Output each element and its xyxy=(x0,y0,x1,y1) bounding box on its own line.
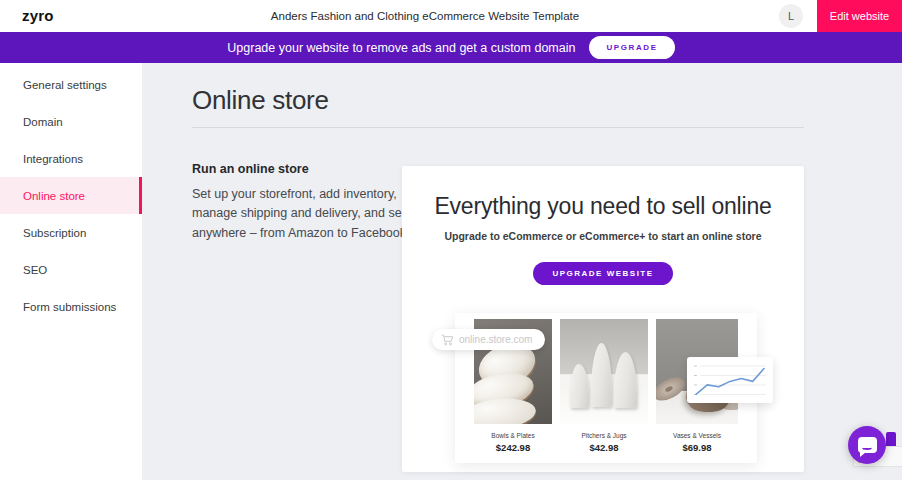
upgrade-banner: Upgrade your website to remove ads and g… xyxy=(0,32,902,63)
product-name: Vases & Vessels xyxy=(656,432,738,439)
main-content: Online store Run an online store Set up … xyxy=(142,63,902,480)
sales-chart-card xyxy=(687,357,773,403)
title-divider xyxy=(192,127,804,128)
mini-chart xyxy=(687,357,773,403)
upsell-heading: Everything you need to sell online xyxy=(402,193,804,220)
top-header: zyro Anders Fashion and Clothing eCommer… xyxy=(0,0,902,32)
store-preview-card: Bowls & Plates $242.98 Pitchers & Jugs xyxy=(455,313,757,463)
info-description: Set up your storefront, add inventory, m… xyxy=(192,185,414,243)
product-name: Pitchers & Jugs xyxy=(560,432,648,439)
product-price: $42.98 xyxy=(560,442,648,453)
upgrade-banner-text: Upgrade your website to remove ads and g… xyxy=(227,41,575,55)
cart-icon xyxy=(441,334,454,346)
chat-launcher-button[interactable] xyxy=(848,426,886,464)
sidebar-item-integrations[interactable]: Integrations xyxy=(0,140,142,177)
mini-chart-line xyxy=(696,369,764,395)
product-price: $69.98 xyxy=(656,442,738,453)
settings-sidebar: General settings Domain Integrations Onl… xyxy=(0,63,142,480)
mini-chart-grid xyxy=(694,366,766,395)
site-title: Anders Fashion and Clothing eCommerce We… xyxy=(271,10,579,22)
online-store-info: Run an online store Set up your storefro… xyxy=(192,162,414,243)
sidebar-item-subscription[interactable]: Subscription xyxy=(0,214,142,251)
app-window: zyro Anders Fashion and Clothing eCommer… xyxy=(0,0,902,480)
upsell-card: Everything you need to sell online Upgra… xyxy=(402,166,804,472)
upsell-subheading: Upgrade to eCommerce or eCommerce+ to st… xyxy=(402,230,804,242)
sidebar-item-online-store[interactable]: Online store xyxy=(0,177,142,214)
store-url-pill: online.store.com xyxy=(432,329,545,350)
zyro-logo[interactable]: zyro xyxy=(22,7,54,24)
product-card-pitchers: Pitchers & Jugs $42.98 xyxy=(560,319,648,453)
user-avatar[interactable]: L xyxy=(779,4,803,28)
upgrade-website-button[interactable]: UPGRADE WEBSITE xyxy=(533,262,672,285)
store-url-text: online.store.com xyxy=(459,334,532,345)
chat-bubble-icon xyxy=(858,437,877,453)
product-image-pitchers xyxy=(560,319,648,424)
sidebar-item-form-submissions[interactable]: Form submissions xyxy=(0,288,142,325)
sidebar-item-seo[interactable]: SEO xyxy=(0,251,142,288)
sidebar-item-general-settings[interactable]: General settings xyxy=(0,66,142,103)
info-heading: Run an online store xyxy=(192,162,414,176)
product-name: Bowls & Plates xyxy=(474,432,552,439)
sidebar-item-domain[interactable]: Domain xyxy=(0,103,142,140)
product-price: $242.98 xyxy=(474,442,552,453)
upgrade-banner-button[interactable]: UPGRADE xyxy=(589,36,674,59)
edit-website-button[interactable]: Edit website xyxy=(817,0,902,32)
page-title: Online store xyxy=(192,85,329,116)
